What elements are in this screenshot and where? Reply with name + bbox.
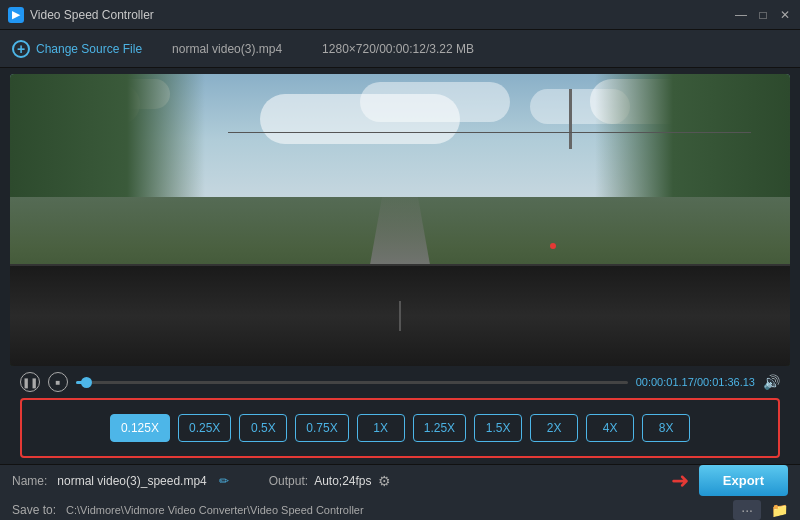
video-preview [10, 74, 790, 366]
edit-icon[interactable]: ✏ [219, 474, 229, 488]
save-label: Save to: [12, 503, 56, 517]
speed-btn-125x[interactable]: 1.25X [413, 414, 466, 442]
add-icon: + [12, 40, 30, 58]
folder-icon[interactable]: 📁 [771, 502, 788, 518]
power-wire [228, 132, 751, 133]
progress-track[interactable] [76, 381, 628, 384]
save-path: C:\Vidmore\Vidmore Video Converter\Video… [66, 504, 723, 516]
app-icon: ▶ [8, 7, 24, 23]
close-button[interactable]: ✕ [778, 8, 792, 22]
export-button[interactable]: Export [699, 465, 788, 496]
speed-btn-075x[interactable]: 0.75X [295, 414, 348, 442]
volume-icon[interactable]: 🔊 [763, 374, 780, 390]
speed-btn-2x[interactable]: 2X [530, 414, 578, 442]
main-area: ❚❚ ■ 00:00:01.17/00:01:36.13 🔊 0.125X0.2… [0, 68, 800, 464]
wiper [399, 301, 401, 331]
progress-thumb [81, 377, 92, 388]
progress-fill [76, 381, 87, 384]
speed-btn-4x[interactable]: 4X [586, 414, 634, 442]
playback-bar: ❚❚ ■ 00:00:01.17/00:01:36.13 🔊 [10, 366, 790, 398]
speed-btn-05x[interactable]: 0.5X [239, 414, 287, 442]
arrow-right-icon: ➜ [671, 468, 689, 494]
speed-btn-0125x[interactable]: 0.125X [110, 414, 170, 442]
minimize-button[interactable]: — [734, 8, 748, 22]
file-meta: 1280×720/00:00:12/3.22 MB [322, 42, 474, 56]
window-controls: — □ ✕ [734, 8, 792, 22]
power-pole [569, 89, 572, 149]
titlebar: ▶ Video Speed Controller — □ ✕ [0, 0, 800, 30]
speed-btn-1x[interactable]: 1X [357, 414, 405, 442]
name-value: normal video(3)_speed.mp4 [57, 474, 206, 488]
output-value: Auto;24fps [314, 474, 371, 488]
video-frame [10, 74, 790, 366]
toolbar: + Change Source File normal video(3).mp4… [0, 30, 800, 68]
bottom-row-2: Save to: C:\Vidmore\Vidmore Video Conver… [12, 500, 788, 520]
export-container: ➜ Export [671, 465, 788, 496]
time-display: 00:00:01.17/00:01:36.13 [636, 376, 755, 388]
change-source-button[interactable]: + Change Source File [12, 40, 142, 58]
bottom-bar: Name: normal video(3)_speed.mp4 ✏ Output… [0, 464, 800, 520]
change-source-label: Change Source File [36, 42, 142, 56]
dashboard [10, 264, 790, 366]
browse-button[interactable]: ··· [733, 500, 761, 520]
maximize-button[interactable]: □ [756, 8, 770, 22]
speed-btn-025x[interactable]: 0.25X [178, 414, 231, 442]
stop-button[interactable]: ■ [48, 372, 68, 392]
app-title: Video Speed Controller [30, 8, 734, 22]
speed-btn-8x[interactable]: 8X [642, 414, 690, 442]
speed-section: 0.125X0.25X0.5X0.75X1X1.25X1.5X2X4X8X [20, 398, 780, 458]
settings-icon[interactable]: ⚙ [378, 473, 391, 489]
output-label: Output: [269, 474, 308, 488]
speed-btn-15x[interactable]: 1.5X [474, 414, 522, 442]
file-name: normal video(3).mp4 [172, 42, 282, 56]
output-section: Output: Auto;24fps ⚙ [269, 473, 391, 489]
bottom-row-1: Name: normal video(3)_speed.mp4 ✏ Output… [12, 465, 788, 496]
name-label: Name: [12, 474, 47, 488]
pause-button[interactable]: ❚❚ [20, 372, 40, 392]
